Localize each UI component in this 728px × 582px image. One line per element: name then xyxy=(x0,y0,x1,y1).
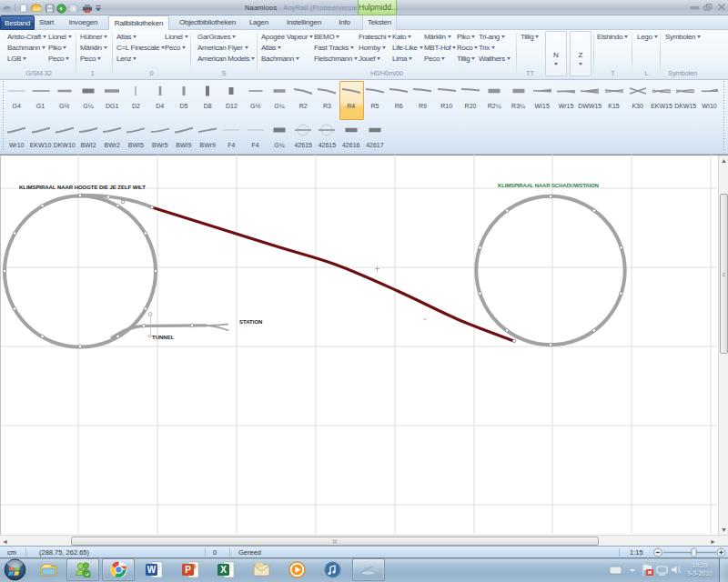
svg-text:KLIMSPIRAAL NAAR HOOGTE DIE JE: KLIMSPIRAAL NAAR HOOGTE DIE JE ZELF WILT xyxy=(19,185,146,190)
svg-text:KLIMSPIRAAL NAAR SCHADUWSTAION: KLIMSPIRAAL NAAR SCHADUWSTAION xyxy=(498,183,599,188)
svg-text:P: P xyxy=(185,565,191,575)
svg-text:X: X xyxy=(220,565,227,575)
svg-text:W: W xyxy=(147,565,157,575)
svg-text:STATION: STATION xyxy=(239,319,262,325)
svg-text:TUNNEL: TUNNEL xyxy=(152,335,175,340)
